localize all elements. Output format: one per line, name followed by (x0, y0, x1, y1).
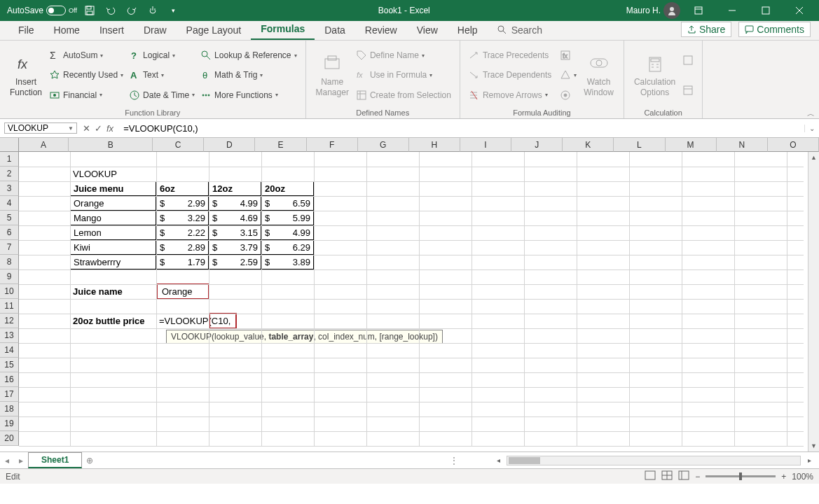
row-header-5[interactable]: 5 (0, 211, 19, 225)
spreadsheet[interactable]: ABCDEFGHIJKLMNO 123456789101112131415161… (0, 138, 819, 451)
fx-icon[interactable]: fx (106, 123, 113, 134)
cell-b12[interactable]: 20oz buttle price (70, 314, 168, 328)
col-header-n[interactable]: N (717, 138, 768, 152)
cell-e6[interactable]: $4.99 (261, 225, 314, 240)
col-header-g[interactable]: G (358, 138, 409, 152)
more-functions-button[interactable]: More Functions▾ (199, 89, 298, 102)
next-sheet-icon[interactable]: ▸ (14, 456, 28, 465)
row-header-18[interactable]: 18 (0, 402, 19, 416)
date-time-button[interactable]: Date & Time▾ (128, 89, 196, 102)
recently-used-button[interactable]: Recently Used▾ (48, 69, 125, 81)
expand-formula-bar-icon[interactable]: ⌄ (804, 125, 819, 132)
col-header-c[interactable]: C (153, 138, 204, 152)
add-sheet-icon[interactable]: ⊕ (82, 456, 97, 465)
view-normal-icon[interactable] (645, 470, 656, 482)
cell-c5[interactable]: $3.29 (156, 211, 209, 225)
view-layout-icon[interactable] (661, 470, 673, 482)
autosave-toggle[interactable]: AutoSave Off (7, 6, 77, 15)
row-header-4[interactable]: 4 (0, 196, 19, 211)
touch-mode-icon[interactable] (144, 2, 161, 19)
row-header-20[interactable]: 20 (0, 431, 19, 446)
tab-data[interactable]: Data (315, 20, 355, 40)
text-button[interactable]: AText▾ (128, 69, 196, 81)
math-button[interactable]: θMath & Trig▾ (199, 69, 298, 81)
row-header-6[interactable]: 6 (0, 225, 19, 240)
save-icon[interactable] (81, 2, 98, 19)
cell-d6[interactable]: $3.15 (209, 225, 261, 240)
tab-split-icon[interactable]: ⋮ (446, 456, 462, 465)
cell-e3[interactable]: 20oz (261, 181, 314, 196)
chevron-down-icon[interactable]: ▼ (68, 125, 74, 132)
name-box[interactable]: VLOOKUP▼ (4, 122, 77, 134)
col-header-h[interactable]: H (409, 138, 460, 152)
redo-icon[interactable] (123, 2, 140, 19)
define-name-button[interactable]: Define Name▾ (355, 49, 453, 62)
row-header-16[interactable]: 16 (0, 372, 19, 387)
row-header-1[interactable]: 1 (0, 152, 19, 167)
tab-page-layout[interactable]: Page Layout (177, 20, 252, 40)
cell-b8[interactable]: Strawberrry (70, 255, 156, 270)
collapse-ribbon-icon[interactable]: ︿ (807, 108, 815, 119)
zoom-out-icon[interactable]: − (695, 472, 700, 482)
tab-formulas[interactable]: Formulas (251, 19, 315, 40)
tab-home[interactable]: Home (44, 20, 90, 40)
calc-sheet-button[interactable] (681, 84, 695, 97)
maximize-icon[interactable] (750, 0, 781, 21)
tab-view[interactable]: View (407, 20, 448, 40)
scroll-up-icon[interactable]: ▲ (808, 152, 819, 163)
tab-insert[interactable]: Insert (90, 20, 134, 40)
cell-b5[interactable]: Mango (70, 211, 156, 225)
tab-help[interactable]: Help (448, 20, 488, 40)
name-manager-button[interactable]: Name Manager (312, 43, 353, 107)
formula-input[interactable]: =VLOOKUP(C10,) (119, 123, 804, 134)
zoom-level[interactable]: 100% (792, 472, 813, 482)
lookup-button[interactable]: Lookup & Reference▾ (199, 49, 298, 62)
cell-b6[interactable]: Lemon (70, 225, 156, 240)
cell-e5[interactable]: $5.99 (261, 211, 314, 225)
col-header-f[interactable]: F (307, 138, 358, 152)
scroll-left-icon[interactable]: ◂ (493, 456, 504, 464)
select-all-corner[interactable] (0, 138, 19, 152)
scroll-right-icon[interactable]: ▸ (804, 456, 815, 464)
row-header-3[interactable]: 3 (0, 181, 19, 196)
ribbon-display-icon[interactable] (683, 0, 714, 21)
cell-b4[interactable]: Orange (70, 196, 156, 211)
col-header-e[interactable]: E (255, 138, 306, 152)
cell-e8[interactable]: $3.89 (261, 255, 314, 270)
cell-c12[interactable]: =VLOOKUP(C10, (156, 314, 282, 328)
error-check-button[interactable]: ▾ (558, 69, 578, 81)
zoom-slider[interactable] (706, 475, 776, 477)
row-header-10[interactable]: 10 (0, 284, 19, 299)
col-header-j[interactable]: J (511, 138, 563, 152)
cell-b7[interactable]: Kiwi (70, 240, 156, 255)
qat-customize-icon[interactable]: ▾ (165, 2, 182, 19)
cell-e4[interactable]: $6.59 (261, 196, 314, 211)
cell-b2[interactable]: VLOOKUP (70, 167, 156, 181)
sheet-tab-1[interactable]: Sheet1 (28, 452, 82, 468)
cell-d3[interactable]: 12oz (209, 181, 261, 196)
show-formulas-button[interactable]: fx (558, 49, 578, 62)
cell-c10[interactable]: Orange (159, 284, 209, 299)
cell-c3[interactable]: 6oz (156, 181, 209, 196)
row-header-14[interactable]: 14 (0, 343, 19, 358)
prev-sheet-icon[interactable]: ◂ (0, 456, 14, 465)
evaluate-formula-button[interactable] (558, 89, 578, 102)
cell-d7[interactable]: $3.79 (209, 240, 261, 255)
col-header-o[interactable]: O (768, 138, 819, 152)
insert-function-button[interactable]: fx Insert Function (6, 43, 46, 107)
undo-icon[interactable] (102, 2, 119, 19)
cancel-formula-icon[interactable]: ✕ (83, 123, 90, 134)
col-header-b[interactable]: B (69, 138, 153, 152)
accept-formula-icon[interactable]: ✓ (95, 123, 102, 134)
cell-d5[interactable]: $4.69 (209, 211, 261, 225)
search-box[interactable]: Search (488, 20, 552, 40)
col-header-i[interactable]: I (460, 138, 511, 152)
col-header-m[interactable]: M (666, 138, 717, 152)
horizontal-scrollbar[interactable]: ◂ ▸ (462, 456, 819, 465)
cell-b10[interactable]: Juice name (70, 284, 156, 299)
trace-dependents-button[interactable]: Trace Dependents (467, 69, 553, 81)
share-button[interactable]: Share (681, 22, 731, 37)
row-header-19[interactable]: 19 (0, 416, 19, 431)
cell-e7[interactable]: $6.29 (261, 240, 314, 255)
zoom-in-icon[interactable]: + (781, 472, 786, 482)
